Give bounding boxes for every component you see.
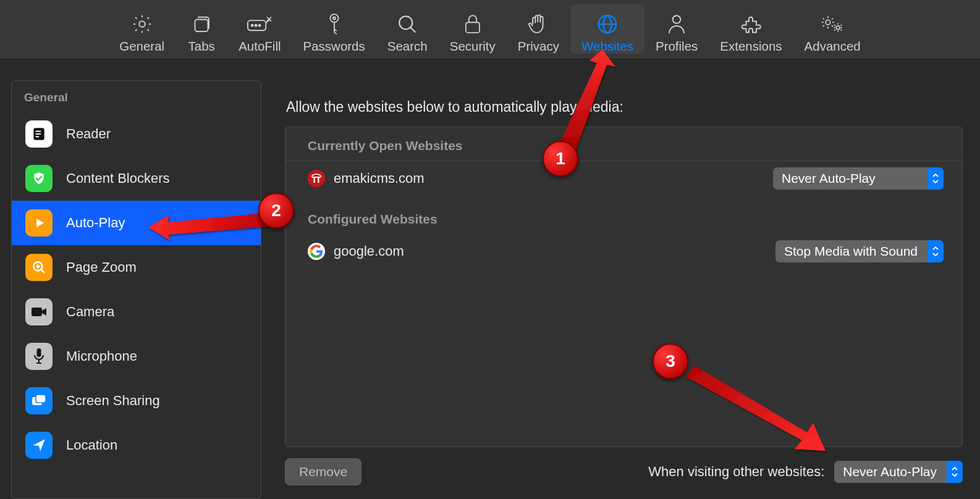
panel-title: Allow the websites below to automaticall… bbox=[286, 99, 963, 115]
tab-extensions[interactable]: Extensions bbox=[709, 4, 793, 54]
svg-rect-17 bbox=[36, 136, 39, 137]
key-icon bbox=[324, 12, 344, 36]
svg-point-7 bbox=[333, 17, 336, 19]
tab-label: Extensions bbox=[720, 39, 782, 54]
site-favicon-icon bbox=[308, 243, 325, 260]
policy-select-value: Never Auto-Play bbox=[834, 464, 947, 479]
website-settings-sidebar: General Reader Content Blockers Auto-Pla… bbox=[11, 80, 261, 499]
tab-label: Websites bbox=[581, 39, 633, 54]
svg-point-13 bbox=[837, 26, 840, 30]
tab-label: Profiles bbox=[656, 39, 698, 54]
site-domain: emakicms.com bbox=[334, 170, 425, 187]
svg-point-4 bbox=[255, 25, 257, 27]
shield-icon bbox=[25, 165, 53, 192]
svg-point-5 bbox=[259, 25, 261, 27]
stepper-icon bbox=[927, 167, 944, 190]
tab-label: Search bbox=[387, 39, 428, 54]
tab-label: General bbox=[119, 39, 164, 54]
policy-select-value: Stop Media with Sound bbox=[775, 244, 927, 259]
svg-rect-1 bbox=[195, 20, 208, 32]
default-policy-select[interactable]: Never Auto-Play bbox=[834, 461, 963, 483]
svg-rect-15 bbox=[36, 131, 41, 132]
configured-header: Configured Websites bbox=[285, 196, 962, 234]
tab-label: Tabs bbox=[188, 39, 214, 54]
currently-open-header: Currently Open Websites bbox=[285, 127, 962, 161]
svg-rect-19 bbox=[32, 308, 42, 316]
svg-rect-9 bbox=[466, 22, 479, 33]
policy-select[interactable]: Never Auto-Play bbox=[773, 167, 944, 190]
website-row[interactable]: google.com Stop Media with Sound bbox=[285, 234, 962, 269]
footer-row: Remove When visiting other websites: Nev… bbox=[285, 457, 963, 487]
gear-icon bbox=[131, 12, 153, 36]
website-row[interactable]: emakicms.com Never Auto-Play bbox=[285, 161, 962, 196]
svg-point-11 bbox=[673, 15, 681, 23]
search-icon bbox=[396, 12, 418, 36]
svg-rect-23 bbox=[314, 178, 315, 183]
stepper-icon bbox=[947, 461, 963, 483]
svg-rect-16 bbox=[36, 133, 41, 135]
windows-icon bbox=[25, 387, 53, 414]
tab-label: Privacy bbox=[518, 39, 559, 54]
svg-rect-22 bbox=[36, 395, 46, 403]
sidebar-item-label: Auto-Play bbox=[66, 215, 125, 231]
tab-security[interactable]: Security bbox=[439, 4, 507, 54]
autoplay-settings-panel: Allow the websites below to automaticall… bbox=[268, 59, 980, 499]
tab-label: Security bbox=[450, 39, 496, 54]
svg-rect-20 bbox=[37, 348, 41, 357]
sidebar-item-label: Reader bbox=[66, 126, 111, 142]
svg-point-8 bbox=[400, 16, 413, 29]
person-icon bbox=[666, 12, 687, 36]
sidebar-section-header: General bbox=[12, 81, 261, 112]
sidebar-item-label: Location bbox=[66, 437, 117, 453]
location-arrow-icon bbox=[25, 432, 53, 459]
microphone-icon bbox=[25, 343, 53, 370]
sidebar-item-camera[interactable]: Camera bbox=[12, 290, 261, 334]
tab-general[interactable]: General bbox=[108, 4, 175, 54]
lock-icon bbox=[463, 12, 483, 36]
site-domain: google.com bbox=[334, 243, 404, 259]
policy-select[interactable]: Stop Media with Sound bbox=[775, 240, 944, 262]
sidebar-item-label: Screen Sharing bbox=[66, 393, 160, 409]
remove-button[interactable]: Remove bbox=[285, 458, 361, 485]
hand-icon bbox=[528, 12, 549, 36]
svg-point-3 bbox=[251, 25, 253, 27]
sidebar-item-label: Camera bbox=[66, 304, 114, 320]
site-favicon-icon bbox=[308, 170, 325, 187]
policy-select-value: Never Auto-Play bbox=[773, 171, 927, 186]
svg-point-6 bbox=[330, 14, 338, 22]
tab-profiles[interactable]: Profiles bbox=[644, 4, 709, 54]
autofill-icon bbox=[246, 12, 273, 36]
sidebar-item-label: Microphone bbox=[66, 348, 137, 364]
tab-advanced[interactable]: Advanced bbox=[793, 4, 872, 54]
tab-passwords[interactable]: Passwords bbox=[292, 4, 376, 54]
camera-icon bbox=[25, 298, 53, 325]
reader-icon bbox=[25, 120, 53, 148]
svg-rect-24 bbox=[318, 178, 319, 183]
tabs-icon bbox=[190, 12, 213, 36]
sidebar-item-screen-sharing[interactable]: Screen Sharing bbox=[12, 379, 261, 423]
sidebar-item-label: Content Blockers bbox=[66, 170, 170, 187]
tab-label: AutoFill bbox=[239, 39, 281, 54]
tab-label: Passwords bbox=[303, 39, 365, 54]
zoom-icon bbox=[25, 254, 53, 281]
sidebar-item-auto-play[interactable]: Auto-Play bbox=[12, 201, 261, 245]
tab-websites[interactable]: Websites bbox=[570, 4, 644, 54]
sidebar-item-page-zoom[interactable]: Page Zoom bbox=[12, 245, 261, 290]
sidebar-item-microphone[interactable]: Microphone bbox=[12, 334, 261, 379]
sidebar-item-reader[interactable]: Reader bbox=[12, 112, 261, 156]
sidebar-item-content-blockers[interactable]: Content Blockers bbox=[12, 156, 261, 201]
svg-point-0 bbox=[139, 21, 145, 27]
puzzle-icon bbox=[740, 12, 762, 36]
sidebar-item-label: Page Zoom bbox=[66, 259, 137, 275]
tab-autofill[interactable]: AutoFill bbox=[227, 4, 292, 54]
sidebar-item-location[interactable]: Location bbox=[12, 423, 261, 468]
tab-label: Advanced bbox=[805, 39, 861, 54]
tab-search[interactable]: Search bbox=[376, 4, 439, 54]
stepper-icon bbox=[927, 240, 944, 262]
preferences-toolbar: General Tabs AutoFill Passwords Search S… bbox=[0, 0, 980, 59]
play-icon bbox=[25, 209, 53, 237]
tab-privacy[interactable]: Privacy bbox=[507, 4, 570, 54]
website-list-box: Currently Open Websites emakicms.com Nev… bbox=[285, 127, 963, 447]
svg-point-12 bbox=[826, 20, 830, 24]
tab-tabs[interactable]: Tabs bbox=[175, 4, 227, 54]
